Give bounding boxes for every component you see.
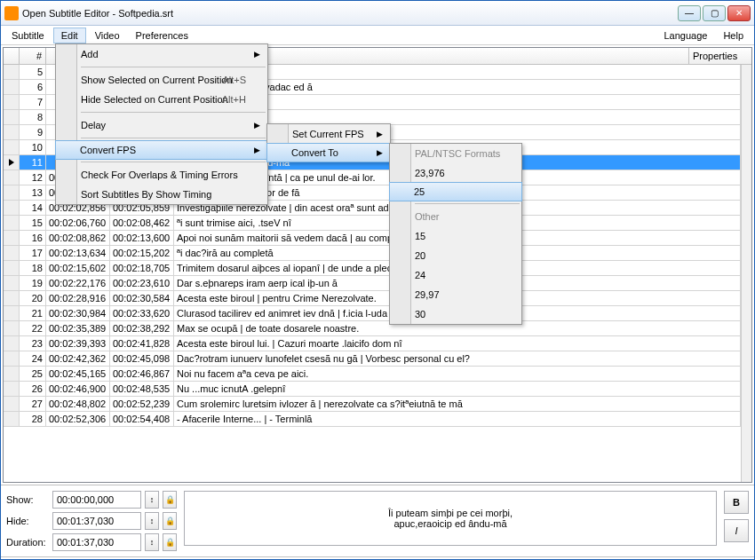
cell-t2: 00:02:33,620 bbox=[110, 306, 174, 321]
menu-preferences[interactable]: Preferences bbox=[129, 28, 195, 43]
cell-t1: 00:02:52,306 bbox=[46, 412, 110, 427]
cell-t2: 00:02:52,239 bbox=[110, 397, 174, 412]
cell-t1: 00:02:48,802 bbox=[46, 397, 110, 412]
table-row[interactable]: 2200:02:35,38900:02:38,292Max se ocupă |… bbox=[4, 321, 741, 336]
cell-txt: - Afacerile Interne... | - Terminlă bbox=[174, 412, 741, 427]
cell-t1: 00:02:30,984 bbox=[46, 306, 110, 321]
cell-t2: 00:02:13,600 bbox=[110, 231, 174, 246]
preview-line-2: apuc,eraoicip ed ându-mă bbox=[393, 518, 506, 529]
convert-menu-item-0: PAL/NTSC Formats bbox=[390, 144, 521, 163]
bold-button[interactable]: B bbox=[724, 491, 749, 514]
chevron-right-icon: ▶ bbox=[377, 148, 383, 157]
table-row[interactable]: 1900:02:22,17600:02:23,610Dar s.eþnareps… bbox=[4, 276, 741, 291]
table-row[interactable]: 2000:02:28,91600:02:30,584Acesta este bi… bbox=[4, 291, 741, 306]
show-input[interactable] bbox=[52, 491, 141, 509]
duration-stepper-icon[interactable]: ↕ bbox=[145, 533, 159, 551]
cell-num: 12 bbox=[20, 170, 46, 185]
convert-menu-item-2[interactable]: 25 bbox=[389, 182, 522, 201]
hide-input[interactable] bbox=[52, 512, 141, 530]
hide-stepper-icon[interactable]: ↕ bbox=[145, 512, 159, 530]
header-selector-col bbox=[4, 48, 20, 64]
row-selector bbox=[4, 65, 20, 80]
cell-t2: 00:02:15,202 bbox=[110, 246, 174, 261]
table-row[interactable]: 2500:02:45,16500:02:46,867Noi nu facem a… bbox=[4, 367, 741, 382]
vertical-scrollbar[interactable] bbox=[741, 65, 751, 482]
menu-help[interactable]: Help bbox=[716, 28, 751, 43]
close-button[interactable]: ✕ bbox=[727, 5, 751, 21]
table-row[interactable]: 2700:02:48,80200:02:52,239Cum srolemirc … bbox=[4, 397, 741, 412]
cell-t1: 00:02:45,165 bbox=[46, 367, 110, 382]
row-selector bbox=[4, 110, 20, 125]
convert-menu-item-9[interactable]: 30 bbox=[390, 304, 521, 324]
cell-num: 18 bbox=[20, 261, 46, 276]
convert-to-submenu: PAL/NTSC Formats23,97625Other15202429,97… bbox=[389, 143, 522, 325]
fps-menu-item-0[interactable]: Set Current FPS▶ bbox=[267, 124, 390, 144]
row-selector bbox=[4, 95, 20, 110]
table-row[interactable]: 1500:02:06,76000:02:08,462ªi sunt trimis… bbox=[4, 216, 741, 231]
convert-menu-item-7[interactable]: 24 bbox=[390, 265, 521, 285]
convert-fps-submenu: Set Current FPS▶Convert To▶ bbox=[266, 123, 391, 162]
duration-input[interactable] bbox=[52, 533, 141, 551]
row-selector bbox=[4, 261, 20, 276]
cell-txt: Acesta este biroul lui. | Cazuri moarte … bbox=[174, 336, 741, 351]
cell-t1: 00:02:28,916 bbox=[46, 291, 110, 306]
maximize-button[interactable]: ▢ bbox=[703, 5, 726, 21]
table-row[interactable]: 1600:02:08,86200:02:13,600Apoi noi sunăm… bbox=[4, 231, 741, 246]
chevron-right-icon: ▶ bbox=[254, 146, 260, 154]
table-row[interactable]: 2300:02:39,39300:02:41,828Acesta este bi… bbox=[4, 336, 741, 351]
menu-subtitle[interactable]: Subtitle bbox=[4, 28, 52, 43]
cell-t2: 00:02:30,584 bbox=[110, 291, 174, 306]
fps-menu-item-1[interactable]: Convert To▶ bbox=[266, 143, 391, 162]
row-selector bbox=[4, 155, 20, 170]
cell-t1: 00:02:13,634 bbox=[46, 246, 110, 261]
edit-menu-item-2[interactable]: Show Selected on Current PositionAlt+S bbox=[56, 70, 267, 90]
duration-lock-icon[interactable]: 🔒 bbox=[163, 533, 177, 551]
row-selector bbox=[4, 291, 20, 306]
menu-language[interactable]: Language bbox=[656, 28, 714, 43]
italic-button[interactable]: I bbox=[724, 519, 749, 542]
cell-num: 14 bbox=[20, 201, 46, 216]
edit-menu-item-10[interactable]: Sort Subtitles By Show Timing bbox=[56, 185, 267, 204]
cell-num: 17 bbox=[20, 246, 46, 261]
row-selector bbox=[4, 216, 20, 231]
chevron-right-icon: ▶ bbox=[254, 50, 260, 59]
table-row[interactable]: 1700:02:13,63400:02:15,202ªi dac?iră au … bbox=[4, 246, 741, 261]
menu-video[interactable]: Video bbox=[88, 28, 127, 43]
table-row[interactable]: 2100:02:30,98400:02:33,620Clurasod tacil… bbox=[4, 306, 741, 321]
table-row[interactable]: 2600:02:46,90000:02:48,535Nu ...muc icnu… bbox=[4, 382, 741, 397]
menu-edit[interactable]: Edit bbox=[53, 28, 86, 43]
cell-t1: 00:02:06,760 bbox=[46, 216, 110, 231]
row-selector bbox=[4, 201, 20, 216]
edit-menu-item-3[interactable]: Hide Selected on Current PositionAlt+H bbox=[56, 90, 267, 109]
convert-menu-item-6[interactable]: 20 bbox=[390, 246, 521, 265]
header-num[interactable]: # bbox=[20, 48, 46, 64]
window-title: Open Subtitle Editor - Softpedia.srt bbox=[22, 8, 678, 19]
cell-num: 27 bbox=[20, 397, 46, 412]
edit-menu-item-0[interactable]: Add▶ bbox=[56, 44, 267, 64]
show-stepper-icon[interactable]: ↕ bbox=[145, 491, 159, 509]
header-properties[interactable]: Properties bbox=[689, 48, 751, 64]
hide-lock-icon[interactable]: 🔒 bbox=[163, 512, 177, 530]
table-row[interactable]: 2400:02:42,36200:02:45,098Dac?rotram iun… bbox=[4, 351, 741, 367]
convert-menu-item-5[interactable]: 15 bbox=[390, 226, 521, 246]
edit-menu-item-5[interactable]: Delay▶ bbox=[56, 115, 267, 135]
subtitle-preview[interactable]: Îi puteam simþi pe cei morþi, apuc,eraoi… bbox=[184, 491, 717, 546]
convert-menu-item-1[interactable]: 23,976 bbox=[390, 163, 521, 183]
row-selector bbox=[4, 246, 20, 261]
cell-t1: 00:02:08,862 bbox=[46, 231, 110, 246]
row-selector bbox=[4, 231, 20, 246]
cell-t2: 00:02:54,408 bbox=[110, 412, 174, 427]
table-row[interactable]: 1800:02:15,60200:02:18,705Trimitem dosar… bbox=[4, 261, 741, 276]
convert-menu-item-8[interactable]: 29,97 bbox=[390, 285, 521, 304]
show-lock-icon[interactable]: 🔒 bbox=[163, 491, 177, 509]
edit-menu-item-9[interactable]: Check For Overlaps & Timing Errors bbox=[56, 165, 267, 185]
cell-num: 6 bbox=[20, 80, 46, 95]
app-icon bbox=[4, 6, 19, 20]
edit-menu-item-7[interactable]: Convert FPS▶ bbox=[55, 140, 268, 160]
cell-t1: 00:02:15,602 bbox=[46, 261, 110, 276]
cell-num: 13 bbox=[20, 185, 46, 201]
status-bar: Ready bbox=[1, 556, 754, 560]
table-row[interactable]: 2800:02:52,30600:02:54,408- Afacerile In… bbox=[4, 412, 741, 427]
row-selector bbox=[4, 125, 20, 140]
minimize-button[interactable]: — bbox=[678, 5, 701, 21]
